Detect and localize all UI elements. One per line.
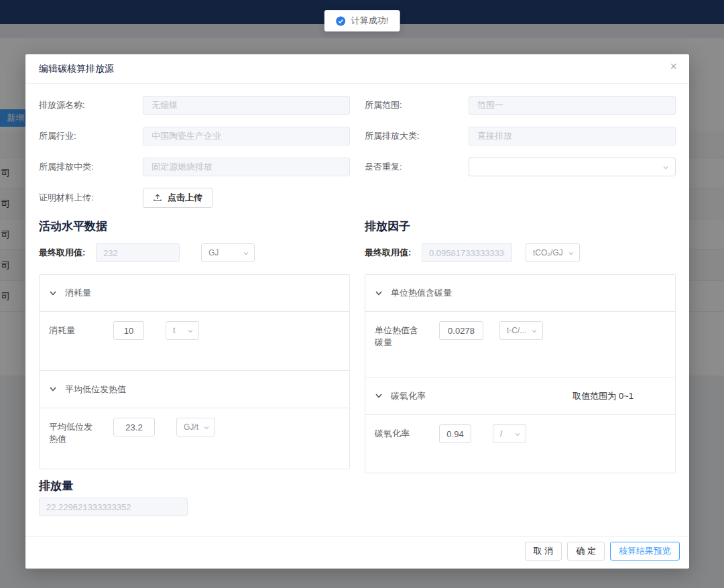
activity-unit-select: GJ — [201, 243, 255, 262]
oxidation-rate-input[interactable] — [439, 424, 471, 443]
chevron-down-icon — [531, 328, 538, 335]
field-source-name: 排放源名称: — [39, 96, 350, 115]
scope-label: 所属范围: — [365, 99, 469, 111]
field-scope: 所属范围: — [365, 96, 676, 115]
carbon-content-content: 单位热值含碳量 t-C/... — [365, 311, 675, 377]
carbon-content-collapse-header[interactable]: 单位热值含碳量 — [365, 275, 675, 311]
preview-button[interactable]: 核算结果预览 — [610, 542, 680, 561]
activity-final-row: 最终取用值: GJ — [39, 243, 350, 262]
field-industry: 所属行业: — [39, 127, 350, 145]
consumption-input[interactable] — [113, 321, 144, 340]
chevron-down-icon — [203, 424, 210, 431]
edit-emission-source-dialog: 编辑碳核算排放源 × 排放源名称: 所属范围: 所属行业: 所 — [25, 54, 689, 569]
carbon-content-unit-value: t-C/... — [507, 326, 526, 335]
collapse-arrow-icon — [49, 386, 57, 393]
consumption-header-label: 消耗量 — [65, 287, 91, 299]
oxidation-rate-label: 碳氧化率 — [375, 424, 422, 440]
emission-factor-unit-select: tCO₂/GJ — [526, 243, 580, 262]
emission-factor-final-row: 最终取用值: tCO₂/GJ — [365, 243, 676, 262]
oxidation-rate-content: 碳氧化率 / — [365, 414, 675, 473]
check-circle-icon — [336, 16, 346, 26]
oxidation-rate-collapse-header[interactable]: 碳氧化率 取值范围为 0~1 — [365, 377, 675, 414]
activity-final-input — [96, 243, 180, 262]
heating-value-input[interactable] — [113, 418, 155, 436]
oxidation-rate-unit-value: / — [500, 429, 502, 438]
oxidation-rate-range-hint: 取值范围为 0~1 — [572, 390, 666, 402]
toast-message: 计算成功! — [351, 15, 389, 27]
source-name-label: 排放源名称: — [39, 99, 143, 111]
carbon-content-header-label: 单位热值含碳量 — [391, 287, 452, 299]
oxidation-rate-unit-select: / — [493, 424, 526, 443]
heating-value-label: 平均低位发热值 — [49, 418, 96, 445]
consumption-unit-select: t — [166, 321, 199, 340]
mid-category-input — [143, 158, 350, 176]
confirm-button[interactable]: 确 定 — [567, 542, 605, 561]
carbon-content-unit-select: t-C/... — [499, 321, 543, 340]
close-icon[interactable]: × — [670, 60, 677, 72]
chevron-down-icon — [514, 431, 521, 438]
major-category-input — [469, 127, 676, 145]
emission-factor-column: 排放因子 最终取用值: tCO₂/GJ — [365, 207, 676, 473]
upload-button[interactable]: 点击上传 — [143, 188, 213, 208]
activity-column: 活动水平数据 最终取用值: GJ — [39, 207, 350, 473]
empty-cell — [365, 188, 676, 207]
dialog-title: 编辑碳核算排放源 — [39, 63, 114, 75]
data-sections: 活动水平数据 最终取用值: GJ — [39, 207, 676, 473]
activity-section-title: 活动水平数据 — [39, 219, 350, 234]
major-category-label: 所属排放大类: — [365, 130, 469, 142]
emission-factor-final-label: 最终取用值: — [365, 247, 422, 259]
emission-factor-panel: 单位热值含碳量 单位热值含碳量 t-C/... — [365, 274, 676, 473]
chevron-down-icon — [662, 164, 669, 171]
activity-panel: 消耗量 消耗量 t — [39, 274, 350, 469]
industry-label: 所属行业: — [39, 130, 143, 142]
heating-value-unit-value: GJ/t — [184, 422, 198, 432]
industry-input — [143, 127, 350, 145]
heating-value-content: 平均低位发热值 GJ/t — [40, 408, 349, 469]
collapse-arrow-icon — [49, 290, 57, 297]
dialog-header: 编辑碳核算排放源 × — [25, 54, 689, 84]
dialog-footer: 取 消 确 定 核算结果预览 — [25, 536, 689, 569]
duplicate-select[interactable] — [469, 158, 676, 176]
mid-category-label: 所属排放中类: — [39, 161, 143, 173]
cancel-button[interactable]: 取 消 — [525, 542, 562, 561]
oxidation-rate-header-label: 碳氧化率 — [391, 390, 426, 402]
emission-amount-input — [39, 497, 188, 516]
dialog-body: 排放源名称: 所属范围: 所属行业: 所属排放大类: 所属排放中类: — [25, 84, 689, 516]
emission-section-title: 排放量 — [39, 479, 676, 493]
emission-factor-final-input — [422, 243, 512, 262]
heating-value-collapse-header[interactable]: 平均低位发热值 — [40, 370, 349, 408]
heating-value-header-label: 平均低位发热值 — [65, 384, 126, 396]
collapse-arrow-icon — [375, 290, 383, 297]
field-upload: 证明材料上传: 点击上传 — [39, 188, 350, 207]
upload-label: 证明材料上传: — [39, 192, 143, 204]
scope-input — [469, 96, 676, 115]
activity-final-label: 最终取用值: — [39, 247, 96, 259]
carbon-content-input[interactable] — [439, 321, 483, 340]
consumption-label: 消耗量 — [49, 321, 96, 337]
field-mid-category: 所属排放中类: — [39, 158, 350, 176]
field-major-category: 所属排放大类: — [365, 127, 676, 145]
upload-button-label: 点击上传 — [168, 192, 202, 204]
success-toast: 计算成功! — [324, 10, 400, 32]
chevron-down-icon — [243, 250, 249, 257]
upload-icon — [153, 193, 162, 202]
heating-value-unit-select: GJ/t — [176, 418, 215, 436]
basic-info-form: 排放源名称: 所属范围: 所属行业: 所属排放大类: 所属排放中类: — [39, 96, 676, 207]
field-duplicate: 是否重复: — [365, 158, 676, 176]
chevron-down-icon — [187, 328, 194, 335]
consumption-content: 消耗量 t — [40, 311, 349, 370]
consumption-unit-value: t — [173, 326, 175, 335]
duplicate-label: 是否重复: — [365, 161, 469, 173]
collapse-arrow-icon — [375, 392, 383, 400]
carbon-content-label: 单位热值含碳量 — [375, 321, 422, 349]
activity-unit-value: GJ — [208, 248, 219, 257]
screen: 新增 司 司 司 司 司 计算成功! 编辑碳核算排放源 × 排放源名称: — [0, 0, 724, 588]
emission-factor-section-title: 排放因子 — [365, 219, 676, 234]
emission-factor-unit-value: tCO₂/GJ — [533, 248, 563, 257]
consumption-collapse-header[interactable]: 消耗量 — [40, 275, 349, 311]
chevron-down-icon — [568, 250, 575, 257]
source-name-input — [143, 96, 350, 115]
